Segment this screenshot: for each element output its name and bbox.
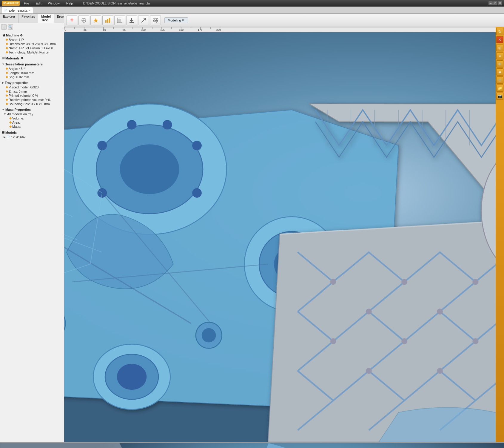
svg-point-34 [163, 120, 172, 130]
right-sidebar-tools: ↻ ✕ ◎ ≡ ⊞ ◈ ⊟ 📁 📷 [496, 27, 504, 442]
svg-point-13 [156, 18, 157, 19]
zoom-fit-button[interactable]: ⊞ [1, 24, 7, 30]
close-button[interactable]: ✕ [498, 1, 502, 5]
tool-view-btn[interactable]: ◈ [496, 68, 503, 76]
doc-tab-name: axle_rear.cta [9, 9, 27, 12]
all-models-collapse-icon: ▼ [4, 113, 6, 116]
model-collapse-icon: ▶ [4, 136, 6, 139]
tool-layers-btn[interactable]: ≡ [496, 52, 503, 59]
layer-button[interactable] [114, 15, 125, 25]
modeling-icon: ✏ [182, 18, 185, 22]
materials-gear-icon[interactable]: ⚙ [21, 56, 23, 60]
tool-screenshot-btn[interactable]: 📷 [496, 93, 503, 100]
materials-label: Materials [5, 56, 20, 60]
sag-value: Sag: 0.02 mm [9, 75, 29, 79]
zmax: Zmax: 0 mm [1, 89, 63, 93]
svg-text:125: 125 [160, 28, 165, 31]
tree-content: 🖥 Machine ⚙ Brand: HP Dimension: 380 x 2… [0, 31, 64, 442]
app-logo: 4DADDITIVE [2, 1, 20, 6]
svg-text:175: 175 [198, 28, 202, 31]
right-area: + Mode [64, 14, 504, 442]
modeling-tab-area: Modeling ✏ [164, 17, 188, 23]
diamond-icon [6, 43, 8, 45]
tray-properties-header[interactable]: ▶ Tray properties [1, 80, 63, 85]
add-button[interactable]: + [67, 15, 77, 25]
viewport-wrapper: Z X Y [64, 27, 504, 442]
modeling-tab[interactable]: Modeling ✏ [164, 17, 188, 23]
svg-point-32 [97, 141, 107, 150]
materials-header[interactable]: ⊞ Materials ⚙ [1, 56, 63, 61]
tab-favorites[interactable]: Favorites [19, 14, 38, 23]
tool-close-btn[interactable]: ✕ [496, 36, 503, 43]
placed-model: Placed model: 0/323 [1, 85, 63, 89]
rel-printed-vol-value: Relative printed volume: 0 % [9, 98, 50, 102]
export-button[interactable] [138, 15, 149, 25]
svg-point-52 [330, 338, 336, 344]
arrange-button[interactable] [78, 15, 89, 25]
tab-explorer[interactable]: Explorer [0, 14, 19, 23]
diamond-icon [6, 76, 8, 78]
machine-gear-icon[interactable]: ⚙ [20, 34, 23, 37]
mass-properties-header[interactable]: ▼ Mass Properties [1, 107, 63, 112]
volume-value: Volume: [12, 116, 24, 120]
svg-point-33 [127, 120, 137, 130]
settings2-button[interactable] [150, 15, 161, 25]
star-button[interactable] [90, 15, 101, 25]
materials-section: ⊞ Materials ⚙ [0, 55, 64, 61]
download-button[interactable] [126, 15, 137, 25]
svg-point-40 [117, 364, 147, 390]
mass-item: Mass: [1, 125, 63, 129]
window-controls: ─ □ ✕ [488, 1, 502, 5]
tool-refresh-btn[interactable]: ◎ [496, 44, 503, 51]
svg-point-21 [120, 144, 179, 194]
zoom-in-button[interactable]: 🔍 [8, 24, 13, 30]
doc-tab-close[interactable]: × [29, 9, 30, 12]
chart-button[interactable] [102, 15, 113, 25]
viewport[interactable]: Z X Y [64, 27, 496, 442]
svg-text:0: 0 [65, 28, 66, 31]
top-toolbar: + Mode [64, 14, 504, 27]
machine-icon: 🖥 [2, 33, 5, 37]
diamond-icon [6, 99, 8, 101]
svg-point-53 [366, 368, 372, 374]
tool-rotate-btn[interactable]: ↻ [496, 28, 503, 35]
scene-svg: Z X Y [64, 27, 496, 442]
tess-length: Length: 1000 mm [1, 71, 63, 75]
mass-value: Mass: [12, 125, 21, 128]
menu-file[interactable]: File [21, 1, 32, 6]
technology-value: Technology: MultiJet Fusion [9, 50, 49, 54]
models-icon: ⊞ [2, 131, 4, 134]
machine-header[interactable]: 🖥 Machine ⚙ [1, 33, 63, 38]
models-header[interactable]: ⊞ Models [1, 130, 63, 135]
model-item[interactable]: ▶ 📄 12345667 [1, 135, 63, 139]
tool-folder-btn[interactable]: 📁 [496, 85, 503, 92]
svg-point-44 [366, 309, 372, 314]
length-value: Length: 1000 mm [9, 71, 34, 75]
svg-rect-5 [107, 19, 108, 23]
tab-model-tree[interactable]: Model Tree [38, 14, 54, 23]
svg-rect-73 [64, 27, 496, 32]
svg-marker-3 [93, 18, 98, 23]
svg-point-55 [437, 368, 443, 374]
svg-rect-8 [118, 19, 121, 22]
modeling-label: Modeling [168, 19, 181, 22]
printed-volume-value: Printed volume: 0 % [9, 94, 38, 97]
machine-technology: Technology: MultiJet Fusion [1, 50, 63, 54]
restore-button[interactable]: □ [493, 1, 497, 5]
tool-grid-btn[interactable]: ⊟ [496, 76, 503, 84]
tessellation-header[interactable]: ▼ Tessellation parameters [1, 62, 63, 67]
machine-brand: Brand: HP [1, 38, 63, 42]
menu-window[interactable]: Window [46, 1, 62, 6]
svg-point-43 [330, 279, 336, 285]
bounding-box: Bounding Box: 0 x 0 x 0 mm [1, 102, 63, 106]
tessellation-label: Tessellation parameters [5, 62, 43, 66]
tool-scan-btn[interactable]: ⊞ [496, 60, 503, 67]
svg-text:200: 200 [216, 28, 221, 31]
machine-section: 🖥 Machine ⚙ Brand: HP Dimension: 380 x 2… [0, 32, 64, 55]
all-models-subheader[interactable]: ▼ All models on tray [1, 112, 63, 116]
svg-point-46 [437, 309, 443, 314]
menu-edit[interactable]: Edit [33, 1, 44, 6]
doc-tab-axle[interactable]: 📄 axle_rear.cta × [1, 7, 33, 13]
minimize-button[interactable]: ─ [488, 1, 493, 5]
menu-help[interactable]: Help [64, 1, 75, 6]
